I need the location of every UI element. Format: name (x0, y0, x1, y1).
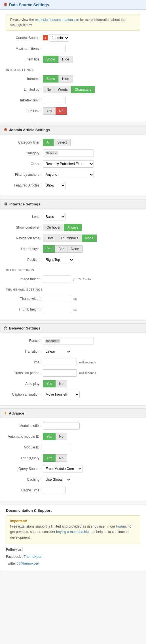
thumb-width-row: Thumb width 100 px (6, 295, 140, 303)
loader-none-btn[interactable]: None (67, 245, 83, 253)
max-items-input[interactable]: 6 (43, 45, 65, 52)
auto-module-id-yes-btn[interactable]: Yes (43, 433, 56, 440)
always-btn[interactable]: Always (64, 224, 82, 231)
item-title-label: Item title (6, 57, 43, 61)
thumb-height-row: Thumb height 100 px (6, 305, 140, 313)
limited-characters-btn[interactable]: Characters (71, 86, 95, 93)
doc-forum-link[interactable]: Forum (116, 524, 126, 528)
position-select[interactable]: Right Top (43, 256, 74, 263)
thumb-width-input[interactable]: 100 (43, 295, 71, 302)
content-source-select[interactable]: Joomla (49, 34, 69, 42)
interface-icon: 🖥 (4, 202, 8, 206)
auto-module-id-label: Automatic module ID (6, 435, 43, 439)
introtext-hide-btn[interactable]: Hide (58, 75, 73, 83)
doc-important-text: Free extensions support is limited and p… (10, 524, 136, 540)
transition-select[interactable]: Linear (43, 348, 71, 355)
image-settings-label: IMAGE SETTINGS (6, 266, 140, 273)
show-controller-wrap: On hover Always (43, 224, 82, 231)
caching-row: Caching Use Global (6, 476, 140, 483)
image-height-label: Image height (6, 277, 43, 281)
advance-icon: ✦ (4, 411, 7, 415)
joomla-article-icon: ⚙ (4, 127, 7, 132)
effects-row: Effects random × (6, 337, 140, 345)
caption-animation-label: Caption animation (6, 393, 43, 396)
navigation-type-label: Navigation type (6, 236, 43, 240)
doc-link[interactable]: extension documentation site (35, 18, 79, 22)
jquery-source-row: jQuery Source From Module Core (6, 465, 140, 473)
loader-style-row: Loader style Pie Bar None (6, 245, 140, 253)
transition-period-input[interactable]: 800 (43, 369, 77, 377)
featured-articles-select[interactable]: Show (43, 182, 65, 189)
caption-animation-select[interactable]: Move from left (43, 391, 80, 398)
title-link-no-btn[interactable]: No (56, 107, 67, 115)
auto-play-wrap: Yes No (43, 380, 67, 387)
auto-play-label: Auto play (6, 382, 43, 386)
show-controller-toggle: On hover Always (43, 224, 82, 231)
limited-words-btn[interactable]: Words (54, 86, 71, 93)
doc-membership-link[interactable]: buying a membership (56, 530, 89, 534)
introtext-show-btn[interactable]: Show (43, 75, 58, 83)
behavior-header: ⚖ Behavior Settings (0, 324, 146, 333)
load-jquery-no-btn[interactable]: No (56, 454, 67, 462)
thumb-height-suffix: px (73, 308, 77, 311)
effects-tag-close[interactable]: × (57, 339, 59, 342)
item-title-show-btn[interactable]: Show (43, 56, 58, 63)
category-tag-input[interactable]: Slider × (43, 149, 94, 157)
caching-select[interactable]: Use Global (43, 476, 71, 483)
limited-no-btn[interactable]: No (43, 86, 54, 93)
joomla-article-panel: ⚙ Joomla Article Settings Category filte… (0, 125, 146, 196)
load-jquery-yes-btn[interactable]: Yes (43, 454, 56, 462)
transition-label: Transition (6, 350, 43, 354)
pie-btn[interactable]: Pie (43, 245, 55, 253)
filter-authors-select[interactable]: Anyone (43, 171, 94, 178)
auto-module-id-wrap: Yes No (43, 433, 67, 440)
module-suffix-input[interactable]: nopadding-left (43, 422, 80, 430)
bar-btn[interactable]: Bar (55, 245, 67, 253)
load-jquery-label: Load jQuery (6, 456, 43, 460)
module-id-input[interactable]: xs_1 (43, 444, 71, 451)
info-box: Please view the extension documentation … (6, 14, 140, 31)
auto-play-no-btn[interactable]: No (56, 380, 67, 387)
jquery-source-select[interactable]: From Module Core (43, 465, 82, 472)
thumb-width-suffix: px (73, 297, 77, 300)
effects-tag: random × (45, 339, 60, 343)
interface-panel: 🖥 Interface Settings Lens Basic Show con… (0, 199, 146, 320)
thumbnails-btn[interactable]: Thumbnails (57, 235, 82, 242)
doc-important-title: Important! (10, 519, 136, 524)
category-select-btn[interactable]: Select (54, 139, 70, 146)
title-link-yes-btn[interactable]: Yes (43, 107, 56, 115)
thumbnail-settings-label: THUMBNAIL SETTINGS (6, 286, 140, 292)
introtext-limit-input[interactable]: 210 (43, 97, 65, 104)
transition-period-suffix: milliseconds (79, 371, 96, 375)
auto-play-yes-btn[interactable]: Yes (43, 380, 56, 387)
effects-label: Effects (6, 339, 43, 343)
doc-title: Documentation & Support (6, 508, 140, 513)
category-tag-close[interactable]: × (55, 151, 56, 155)
effects-tag-input[interactable]: random × (43, 337, 94, 344)
time-input[interactable]: 4000 (43, 359, 77, 366)
cache-time-label: Cache Time (6, 488, 43, 492)
category-tag-text: Slider (46, 151, 54, 155)
featured-articles-wrap: Show (43, 182, 65, 189)
show-controller-row: Show controller On hover Always (6, 224, 140, 231)
caption-animation-row: Caption animation Move from left (6, 391, 140, 398)
limited-by-row: Limited by No Words Characters (6, 86, 140, 94)
dots-btn[interactable]: Dots (43, 235, 57, 242)
cache-time-input[interactable]: 900 (43, 487, 65, 494)
on-hover-btn[interactable]: On hover (43, 224, 64, 231)
item-title-hide-btn[interactable]: Hide (58, 56, 73, 63)
order-row: Order Recently Published First (6, 160, 140, 168)
auto-module-id-no-btn[interactable]: No (56, 433, 67, 440)
image-height-input[interactable]: 400px (43, 276, 71, 283)
category-all-btn[interactable]: All (43, 139, 54, 146)
thumb-height-input[interactable]: 100 (43, 306, 71, 313)
lens-select[interactable]: Basic (43, 213, 65, 220)
nav-none-btn[interactable]: None (82, 235, 97, 242)
twitter-link[interactable]: @themexpert (19, 561, 39, 565)
item-title-row: Item title Show Hide (6, 55, 140, 63)
navigation-type-wrap: Dots Thumbnails None (43, 235, 97, 242)
order-select[interactable]: Recently Published First (43, 160, 94, 168)
time-wrap: 4000 milliseconds (43, 359, 96, 366)
joomla-select-container: J Joomla (43, 34, 69, 42)
facebook-link[interactable]: ThemeXpert (24, 555, 42, 559)
